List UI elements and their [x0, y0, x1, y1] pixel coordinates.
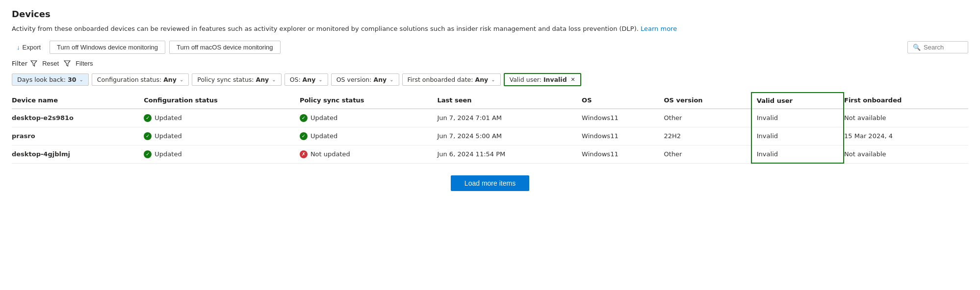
last-seen-cell: Jun 6, 2024 11:54 PM — [437, 145, 582, 163]
mac-monitor-button[interactable]: Turn off macOS device monitoring — [169, 41, 281, 54]
load-more-button[interactable]: Load more items — [451, 175, 529, 191]
reset-label: Reset — [42, 60, 59, 67]
table-row: desktop-4gjblmj ✓ Updated ✗ Not updated … — [12, 145, 968, 163]
chip-caret-os: ⌄ — [318, 77, 322, 82]
chip-caret-days: ⌄ — [79, 77, 83, 82]
filter-chips: Days look back: 30⌄Configuration status:… — [12, 73, 968, 86]
filter-chip-config[interactable]: Configuration status: Any⌄ — [92, 73, 189, 86]
device-name-cell: desktop-4gjblmj — [12, 145, 144, 163]
check-icon: ✓ — [144, 132, 152, 140]
filters-label: Filters — [76, 60, 93, 67]
filter-row: Filter Reset Filters — [12, 60, 968, 67]
devices-table: Device name Configuration status Policy … — [12, 92, 968, 164]
filter-label: Filter — [12, 60, 27, 67]
check-icon: ✓ — [300, 114, 308, 122]
search-input[interactable] — [924, 44, 963, 51]
policy-sync-cell: ✗ Not updated — [300, 145, 438, 163]
table-body: desktop-e2s981o ✓ Updated ✓ Updated Jun … — [12, 109, 968, 164]
col-last-seen: Last seen — [437, 93, 582, 109]
reset-button[interactable]: Reset — [40, 60, 61, 67]
search-box: 🔍 — [907, 41, 968, 53]
chip-label-os: OS: Any — [290, 76, 316, 83]
search-icon: 🔍 — [913, 44, 921, 51]
filter-chip-osversion[interactable]: OS version: Any⌄ — [331, 73, 399, 86]
os-version-cell: Other — [664, 145, 751, 163]
active-filter-chip-valid-user[interactable]: Valid user: Invalid✕ — [504, 73, 581, 86]
valid-user-cell: Invalid — [751, 109, 844, 127]
policy-sync-cell: ✓ Updated — [300, 127, 438, 145]
export-button[interactable]: Export — [12, 41, 46, 53]
table-header: Device name Configuration status Policy … — [12, 93, 968, 109]
os-cell: Windows11 — [582, 127, 664, 145]
config-status-text: Updated — [155, 150, 181, 158]
col-os: OS — [582, 93, 664, 109]
active-filter-close[interactable]: ✕ — [571, 76, 575, 83]
valid-user-cell: Invalid — [751, 145, 844, 163]
config-status-cell: ✓ Updated — [144, 109, 300, 127]
download-icon — [17, 44, 20, 51]
filter-chip-onboarded[interactable]: First onboarded date: Any⌄ — [402, 73, 501, 86]
last-seen-cell: Jun 7, 2024 7:01 AM — [437, 109, 582, 127]
chip-caret-config: ⌄ — [180, 77, 183, 82]
chip-label-config: Configuration status: Any — [97, 76, 177, 83]
col-os-version: OS version — [664, 93, 751, 109]
description-text: Activity from these onboarded devices ca… — [12, 25, 639, 32]
col-policy-sync: Policy sync status — [300, 93, 438, 109]
policy-sync-text: Updated — [310, 114, 337, 121]
policy-sync-text: Updated — [310, 132, 337, 140]
check-icon: ✓ — [144, 114, 152, 122]
col-valid-user: Valid user — [751, 93, 844, 109]
filter-funnel-icon — [30, 60, 37, 67]
win-monitor-button[interactable]: Turn off Windows device monitoring — [50, 41, 165, 54]
filter-chip-policy[interactable]: Policy sync status: Any⌄ — [192, 73, 281, 86]
filter-icon2 — [64, 60, 71, 67]
config-status-text: Updated — [155, 114, 181, 121]
learn-more-link[interactable]: Learn more — [641, 25, 677, 32]
policy-sync-text: Not updated — [310, 150, 350, 158]
filter-chip-os[interactable]: OS: Any⌄ — [284, 73, 328, 86]
active-filter-label: Valid user: Invalid — [510, 76, 567, 83]
error-icon: ✗ — [300, 150, 308, 158]
chip-caret-onboarded: ⌄ — [491, 77, 495, 82]
chip-caret-osversion: ⌄ — [389, 77, 393, 82]
check-icon: ✓ — [144, 150, 152, 158]
chip-caret-policy: ⌄ — [272, 77, 276, 82]
os-cell: Windows11 — [582, 109, 664, 127]
os-version-cell: Other — [664, 109, 751, 127]
chip-label-osversion: OS version: Any — [336, 76, 387, 83]
page-container: Devices Activity from these onboarded de… — [0, 0, 980, 203]
page-title: Devices — [12, 9, 968, 19]
table-row: desktop-e2s981o ✓ Updated ✓ Updated Jun … — [12, 109, 968, 127]
col-config-status: Configuration status — [144, 93, 300, 109]
os-cell: Windows11 — [582, 145, 664, 163]
config-status-cell: ✓ Updated — [144, 127, 300, 145]
export-label: Export — [23, 44, 41, 51]
last-seen-cell: Jun 7, 2024 5:00 AM — [437, 127, 582, 145]
toolbar: Export Turn off Windows device monitorin… — [12, 41, 968, 54]
config-status-text: Updated — [155, 132, 181, 140]
first-onboarded-cell: Not available — [844, 145, 968, 163]
check-icon: ✓ — [300, 132, 308, 140]
config-status-cell: ✓ Updated — [144, 145, 300, 163]
description: Activity from these onboarded devices ca… — [12, 24, 968, 34]
chip-label-onboarded: First onboarded date: Any — [408, 76, 489, 83]
valid-user-cell: Invalid — [751, 127, 844, 145]
first-onboarded-cell: Not available — [844, 109, 968, 127]
chip-label-policy: Policy sync status: Any — [197, 76, 269, 83]
os-version-cell: 22H2 — [664, 127, 751, 145]
filters-button[interactable]: Filters — [74, 60, 95, 67]
table-row: prasro ✓ Updated ✓ Updated Jun 7, 2024 5… — [12, 127, 968, 145]
col-first-onboarded: First onboarded — [844, 93, 968, 109]
filter-chip-days[interactable]: Days look back: 30⌄ — [12, 73, 89, 86]
first-onboarded-cell: 15 Mar 2024, 4 — [844, 127, 968, 145]
col-device-name: Device name — [12, 93, 144, 109]
load-more-container: Load more items — [12, 175, 968, 191]
policy-sync-cell: ✓ Updated — [300, 109, 438, 127]
device-name-cell: prasro — [12, 127, 144, 145]
chip-label-days: Days look back: 30 — [17, 76, 76, 83]
device-name-cell: desktop-e2s981o — [12, 109, 144, 127]
